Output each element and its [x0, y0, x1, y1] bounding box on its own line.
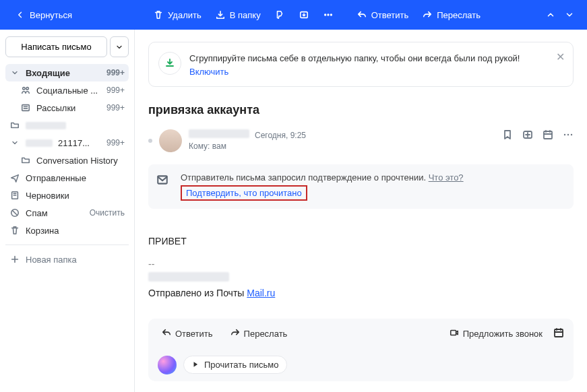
forward-button-bottom[interactable]: Переслать — [226, 325, 292, 342]
envelope-icon — [156, 174, 168, 188]
compose-button[interactable]: Написать письмо — [5, 36, 107, 57]
folder-spam[interactable]: Спам Очистить — [5, 204, 129, 222]
chevron-down-icon — [9, 67, 20, 78]
svg-point-1 — [324, 14, 326, 15]
folder-custom-mailru[interactable]: @mail.ru — [5, 117, 129, 134]
folder-sent[interactable]: Отправленные — [5, 169, 129, 187]
suggest-call-button[interactable]: Предложить звонок — [445, 325, 547, 342]
people-icon — [20, 85, 31, 96]
folder-newsletters[interactable]: Рассылки 999+ — [5, 99, 129, 117]
svg-point-12 — [567, 133, 569, 135]
spam-button[interactable] — [268, 5, 292, 24]
message-content: Сгруппируйте письма себе в отдельную пап… — [135, 30, 587, 392]
mailru-link[interactable]: Mail.ru — [247, 288, 275, 298]
folder-trash[interactable]: Корзина — [5, 222, 129, 239]
confirm-read-link[interactable]: Подтвердить, что прочитано — [181, 185, 307, 201]
folder-drafts[interactable]: Черновики — [5, 187, 129, 204]
clear-spam-link[interactable]: Очистить — [90, 208, 125, 218]
next-message-button[interactable] — [560, 6, 579, 24]
close-callout-button[interactable]: ✕ — [556, 51, 565, 63]
folder-icon — [20, 155, 31, 166]
compose-dropdown[interactable] — [110, 36, 129, 57]
svg-rect-16 — [555, 329, 563, 337]
download-icon — [158, 52, 181, 75]
svg-point-13 — [571, 133, 572, 135]
read-receipt-box: Отправитель письма запросил подтверждени… — [148, 164, 574, 209]
svg-point-3 — [330, 14, 332, 15]
play-icon — [192, 360, 199, 370]
sidebar: Написать письмо Входящие 999+ Социальные… — [0, 30, 135, 392]
svg-point-4 — [23, 88, 26, 90]
archive-icon — [299, 9, 309, 20]
forward-button-toolbar[interactable]: Переслать — [415, 5, 487, 24]
folder-move-icon — [215, 9, 226, 20]
folder-inbox[interactable]: Входящие 999+ — [5, 64, 129, 81]
svg-rect-10 — [544, 131, 552, 139]
calendar-bottom-icon[interactable] — [553, 327, 564, 340]
group-mail-callout: Сгруппируйте письма себе в отдельную пап… — [148, 42, 574, 87]
signature-name-blurred — [148, 272, 229, 282]
chevron-down-icon — [9, 137, 20, 148]
message-date: Сегодня, 9:25 — [255, 131, 306, 140]
reply-icon — [357, 9, 367, 20]
ai-orb-icon — [158, 356, 177, 374]
svg-point-5 — [26, 88, 29, 90]
more-header-icon[interactable] — [563, 129, 574, 140]
spam-icon — [9, 207, 20, 218]
sent-icon — [9, 172, 20, 183]
forward-icon — [422, 9, 433, 20]
folder-icon — [9, 120, 20, 131]
add-folder-icon[interactable] — [522, 129, 533, 140]
sender-name-blurred — [189, 129, 249, 138]
trash-icon — [153, 9, 164, 20]
plus-icon — [9, 254, 20, 265]
video-icon — [450, 328, 459, 339]
new-folder-button[interactable]: Новая папка — [5, 251, 129, 268]
avatar — [159, 129, 182, 152]
back-button[interactable]: Вернуться — [8, 5, 79, 24]
svg-point-2 — [328, 14, 329, 15]
folder-social[interactable]: Социальные ... 999+ — [5, 81, 129, 99]
folder-custom-21117[interactable]: 21117... 999+ — [5, 134, 129, 152]
reply-button-toolbar[interactable]: Ответить — [350, 5, 416, 24]
draft-icon — [9, 190, 20, 201]
trash-icon — [9, 225, 20, 236]
what-is-this-link[interactable]: Что это? — [429, 172, 464, 183]
bottom-action-bar: Ответить Переслать Предложить звонок Про… — [148, 319, 574, 381]
unread-bullet — [148, 139, 152, 143]
calendar-icon[interactable] — [543, 129, 553, 140]
bookmark-icon[interactable] — [502, 129, 513, 140]
svg-point-11 — [564, 133, 565, 135]
archive-button[interactable] — [292, 5, 316, 24]
folder-conversation-history[interactable]: Conversation History — [5, 152, 129, 169]
to-folder-button[interactable]: В папку — [208, 5, 268, 24]
svg-rect-6 — [22, 105, 30, 111]
reply-icon — [162, 328, 171, 339]
reply-button-bottom[interactable]: Ответить — [158, 325, 217, 342]
enable-grouping-link[interactable]: Включить — [189, 67, 228, 77]
prev-message-button[interactable] — [541, 6, 560, 24]
chevron-left-icon — [15, 9, 26, 20]
svg-rect-15 — [450, 330, 456, 335]
main-toolbar: Вернуться Удалить В папку Ответить Перес… — [0, 0, 587, 30]
dots-icon — [323, 9, 334, 20]
forward-icon — [230, 328, 240, 339]
read-letter-button[interactable]: Прочитать письмо — [183, 356, 287, 374]
message-subject: привязка аккаунта — [148, 103, 574, 117]
thumb-down-icon — [274, 9, 285, 20]
newsletter-icon — [20, 102, 31, 113]
delete-button[interactable]: Удалить — [146, 5, 208, 24]
message-body: ПРИВЕТ -- Отправлено из Почты Mail.ru — [148, 236, 574, 298]
more-button[interactable] — [316, 5, 340, 24]
